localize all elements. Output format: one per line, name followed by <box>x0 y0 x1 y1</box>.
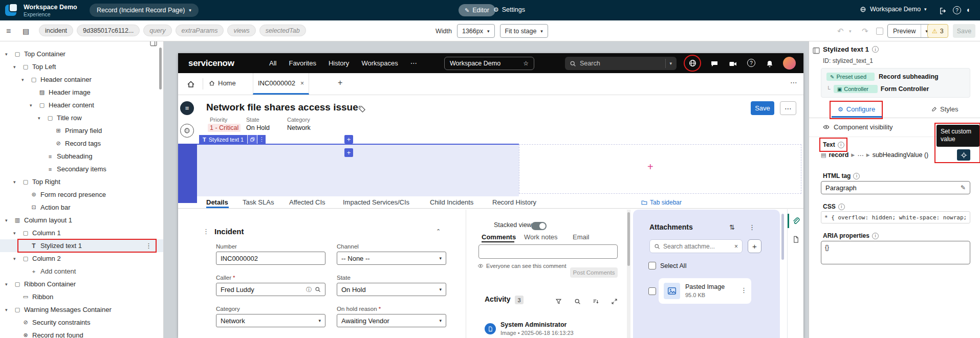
tree-item-column-layout-1[interactable]: ▾▥Column layout 1 <box>0 214 163 227</box>
video-icon[interactable] <box>729 59 737 68</box>
record-tab-child-incidents[interactable]: Child Incidents <box>430 198 473 206</box>
experience-structure-icon[interactable]: ▤ <box>23 27 29 35</box>
tab-record-inc0000002[interactable]: INC0000002 × <box>253 73 309 95</box>
component-menu-icon[interactable]: ⋮ <box>257 135 266 144</box>
search-scope-chevron-icon[interactable]: ▾ <box>669 61 672 66</box>
attachment-menu-icon[interactable]: ⋮ <box>741 286 747 294</box>
binding-ellipsis[interactable]: ⋯ <box>857 151 864 159</box>
environment-selector[interactable]: Workspace Demo ▾ <box>860 6 927 13</box>
nav-favorites[interactable]: Favorites <box>289 59 316 67</box>
tree-item-action-bar[interactable]: ⊡Action bar <box>0 201 163 214</box>
caret-down-icon[interactable]: ▾ <box>13 256 19 261</box>
context-pill-query[interactable]: query <box>143 25 171 36</box>
caret-down-icon[interactable]: ▾ <box>13 231 19 236</box>
caret-down-icon[interactable]: ▾ <box>13 179 19 185</box>
number-input[interactable]: INC0000002 <box>216 252 325 265</box>
star-icon[interactable]: ☆ <box>523 60 529 67</box>
record-more-actions-button[interactable]: ⋯ <box>780 101 796 115</box>
caret-down-icon[interactable]: ▾ <box>13 64 19 70</box>
expand-icon[interactable] <box>611 297 618 306</box>
info-icon[interactable]: i <box>838 204 845 210</box>
email-tab[interactable]: Email <box>573 233 590 241</box>
category-select[interactable]: Network▾ <box>216 314 325 327</box>
menu-icon[interactable]: ≡ <box>6 27 11 36</box>
caret-down-icon[interactable]: ▾ <box>5 307 11 312</box>
workspace-pill[interactable]: Workspace Demo ☆ <box>444 57 534 70</box>
record-tab-details[interactable]: Details <box>206 198 228 206</box>
comments-tab[interactable]: Comments <box>482 233 516 241</box>
tree-item-security-constraints[interactable]: ⊘Security constraints <box>0 316 163 329</box>
component-duplicate-icon[interactable] <box>248 135 257 144</box>
tree-item-primary-field[interactable]: ⊞Primary field <box>0 124 163 137</box>
tree-item-ribbon-container[interactable]: ▾▢Ribbon Container <box>0 278 163 290</box>
context-pill-selected-tab[interactable]: selectedTab <box>259 25 306 36</box>
tags-icon[interactable] <box>358 104 366 114</box>
paperclip-icon[interactable] <box>792 216 800 225</box>
tab-sidebar-button[interactable]: Tab sidebar <box>641 199 682 206</box>
attachment-checkbox[interactable] <box>648 287 656 295</box>
caller-reference-input[interactable]: Fred Luddy ⓘ <box>216 283 325 296</box>
app-logo-icon[interactable] <box>5 3 19 17</box>
undo-history-chevron-icon[interactable]: ▾ <box>849 29 852 34</box>
nav-more-icon[interactable]: ⋯ <box>410 59 417 67</box>
tree-item-column-1[interactable]: ▾▢Column 1 <box>0 227 163 239</box>
sort-icon[interactable] <box>593 297 599 306</box>
nav-all[interactable]: All <box>269 59 276 67</box>
settings-button[interactable]: ⚙ Settings <box>493 6 525 13</box>
global-search-input[interactable]: Search ▾ <box>565 57 677 70</box>
chat-icon[interactable] <box>710 59 718 68</box>
tree-item-ribbon[interactable]: ▭Ribbon <box>0 290 163 303</box>
context-pill-views[interactable]: views <box>227 25 255 36</box>
channel-select[interactable]: -- None --▾ <box>337 252 446 265</box>
caret-down-icon[interactable]: ▾ <box>5 52 11 57</box>
tree-item-form-record-presence[interactable]: ⊚Form record presence <box>0 188 163 201</box>
stacked-view-toggle[interactable] <box>531 222 547 230</box>
notifications-bell-icon[interactable] <box>766 59 774 68</box>
preview-split-button[interactable]: Preview ▾ <box>887 24 932 38</box>
tree-item-warning-messages-container[interactable]: ▾▢Warning Messages Container <box>0 303 163 316</box>
tree-item-title-row[interactable]: ▾▢Title row <box>0 111 163 124</box>
tree-item-secondary-items[interactable]: ≡Secondary items <box>0 163 163 175</box>
section-collapse-icon[interactable]: ⌃ <box>436 228 441 235</box>
binding-root[interactable]: record <box>829 151 848 159</box>
new-tab-plus-icon[interactable]: + <box>338 78 342 87</box>
selected-component-region[interactable] <box>197 144 519 196</box>
comment-input[interactable] <box>478 244 618 259</box>
component-visibility-row[interactable]: Component visibility <box>823 123 893 131</box>
context-pill-table[interactable]: incident <box>39 25 73 36</box>
record-tab-affected-cis[interactable]: Affected CIs <box>289 198 325 206</box>
attachments-sort-icon[interactable]: ⇅ <box>729 223 735 231</box>
close-icon[interactable]: × <box>300 80 304 87</box>
width-select[interactable]: 1366px ▾ <box>457 24 495 38</box>
select-all-checkbox[interactable] <box>648 262 656 269</box>
form-scrollbar[interactable] <box>627 210 630 338</box>
tree-item-header-container[interactable]: ▾▢Header container <box>0 73 163 86</box>
search-icon[interactable] <box>574 297 581 306</box>
redo-icon[interactable]: ↷ <box>862 27 868 36</box>
tree-item-record-tags[interactable]: ⊘Record tags <box>0 137 163 150</box>
add-attachment-button[interactable]: + <box>748 239 761 253</box>
attachments-search-input[interactable]: Search attachme... × <box>649 239 743 253</box>
warnings-button[interactable]: ⚠ 3 <box>927 24 948 38</box>
post-comments-button[interactable]: Post Comments <box>570 267 618 278</box>
save-button[interactable]: Save <box>953 24 975 38</box>
info-icon[interactable]: i <box>853 173 860 179</box>
document-icon[interactable] <box>792 235 800 244</box>
undo-icon[interactable]: ↶ <box>837 27 844 36</box>
tree-item-column-2[interactable]: ▾▢Column 2 <box>0 252 163 265</box>
set-custom-value-button[interactable] <box>957 149 970 161</box>
info-icon[interactable]: i <box>838 142 844 148</box>
caret-down-icon[interactable]: ▾ <box>5 218 11 223</box>
controller-value[interactable]: Form Controller <box>881 85 929 93</box>
contextual-panel-icon[interactable] <box>180 124 194 138</box>
search-icon[interactable] <box>315 286 321 292</box>
record-tab-task-slas[interactable]: Task SLAs <box>243 198 274 206</box>
tree-item-top-container[interactable]: ▾▢Top Container <box>0 48 163 60</box>
exit-editor-icon[interactable] <box>940 6 947 15</box>
tree-item-header-content[interactable]: ▾▢Header content <box>0 99 163 111</box>
user-avatar[interactable] <box>783 57 796 70</box>
add-content-plus-icon[interactable]: + <box>647 161 654 173</box>
editor-tab[interactable]: ✎ Editor <box>459 4 495 16</box>
html-tag-select[interactable]: Paragraph ✎ <box>821 181 970 194</box>
home-button[interactable] <box>183 77 199 91</box>
